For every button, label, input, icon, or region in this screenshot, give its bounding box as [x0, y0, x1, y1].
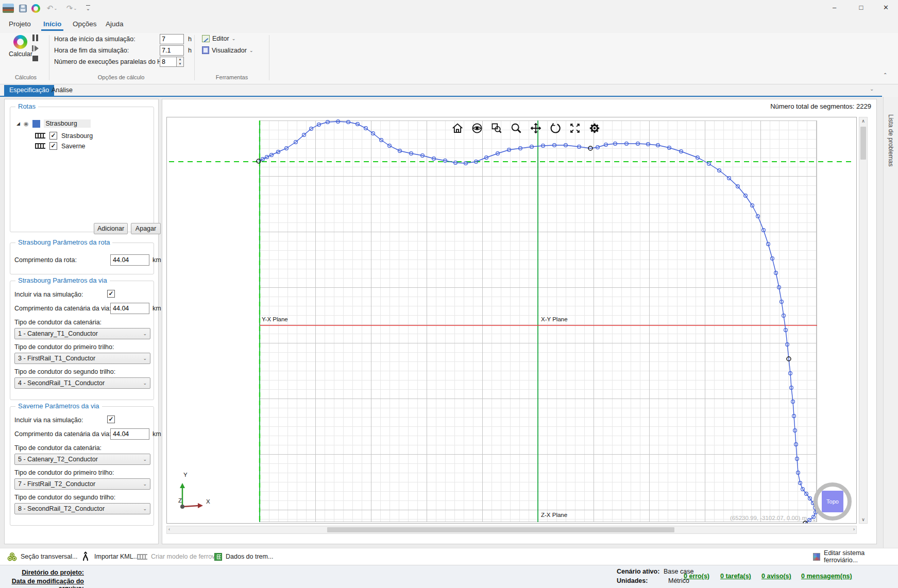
- route-length-input[interactable]: [110, 254, 149, 266]
- ribbon-collapse-button[interactable]: ⌃: [883, 72, 887, 78]
- include-track-checkbox[interactable]: ✓: [107, 416, 115, 423]
- save-button[interactable]: [17, 3, 28, 14]
- train-data-icon: [214, 553, 222, 561]
- catenary-length-input[interactable]: [110, 428, 149, 440]
- route-color-swatch[interactable]: [32, 120, 40, 128]
- problems-panel-label[interactable]: Lista de problemas: [887, 114, 894, 166]
- home-icon[interactable]: [450, 122, 464, 135]
- catenary-length-input[interactable]: [110, 303, 149, 314]
- secondrail-type-label: Tipo de condutor do segundo trilho:: [14, 494, 115, 501]
- tree-child-label[interactable]: Strasbourg: [61, 132, 93, 140]
- warnings-link[interactable]: 0 aviso(s): [761, 573, 791, 580]
- vscroll-thumb[interactable]: [860, 127, 866, 160]
- secondrail-type-dropdown[interactable]: 8 - SecondRail_T2_Conductor ⌄: [14, 503, 150, 514]
- tasks-link[interactable]: 0 tarefa(s): [720, 573, 751, 580]
- view-orientation-ring[interactable]: Topo: [814, 482, 852, 521]
- hifreq-spinner[interactable]: ▲ ▼: [177, 57, 184, 67]
- plot-vertical-scrollbar[interactable]: ∧ ∨: [859, 117, 868, 524]
- firstrail-type-dropdown[interactable]: 3 - FirstRail_T1_Conductor ⌄: [14, 353, 150, 364]
- fit-icon[interactable]: [568, 122, 582, 135]
- editor-button[interactable]: Editor ⌄: [202, 35, 235, 42]
- plot-horizontal-scrollbar[interactable]: ‹ ›: [166, 526, 857, 534]
- catenary-type-dropdown[interactable]: 5 - Catenary_T2_Conductor ⌄: [14, 454, 150, 465]
- catenary-type-label: Tipo de condutor da catenária:: [14, 319, 101, 326]
- menu-tab-projeto[interactable]: Projeto: [7, 19, 33, 31]
- plane-label-zx: Z-X Plane: [541, 512, 567, 518]
- redo-button[interactable]: ↷⌄: [63, 3, 80, 14]
- hifreq-input[interactable]: [160, 57, 177, 67]
- train-data-button[interactable]: Dados do trem...: [211, 548, 276, 565]
- file-date-label[interactable]: Data de modificação do arquivo:: [0, 578, 84, 588]
- track-checkbox[interactable]: ✓: [49, 142, 57, 150]
- undo-button[interactable]: ↶⌄: [43, 3, 61, 14]
- hscroll-thumb[interactable]: [327, 527, 674, 532]
- secondrail-type-value: 8 - SecondRail_T2_Conductor: [18, 505, 105, 512]
- spin-up-icon[interactable]: ▲: [177, 57, 183, 62]
- spin-down-icon[interactable]: ▼: [177, 62, 183, 66]
- maximize-button[interactable]: □: [849, 0, 873, 15]
- eye-icon[interactable]: [470, 122, 484, 135]
- footer-toolbar: Seção transversal... ⌄ Importar KML... C…: [0, 548, 898, 565]
- problems-panel-strip[interactable]: Lista de problemas: [883, 97, 898, 548]
- sim-start-unit: h: [188, 36, 192, 43]
- tree-root-label[interactable]: Strasbourg: [44, 119, 91, 128]
- track2-groupbox: Saverne Parâmetros da via Incluir via na…: [10, 406, 154, 526]
- create-railway-model-button[interactable]: Criar modelo de ferrovia: [134, 548, 223, 565]
- ribbon-separator: [269, 35, 269, 80]
- redo-chevron-icon[interactable]: ⌄: [73, 6, 77, 11]
- tree-child-row[interactable]: ✓ Saverne: [35, 142, 86, 150]
- create-railway-model-label: Criar modelo de ferrovia: [151, 553, 220, 560]
- undo-chevron-icon[interactable]: ⌄: [54, 6, 57, 11]
- adicionar-button[interactable]: Adicionar: [94, 223, 128, 234]
- scroll-left-icon[interactable]: ‹: [168, 527, 170, 532]
- pan-icon[interactable]: [529, 122, 543, 135]
- apagar-button[interactable]: Apagar: [131, 223, 161, 234]
- visibility-icon[interactable]: ◉: [24, 120, 29, 127]
- plane-label-yx: Y-X Plane: [262, 316, 288, 322]
- stop-button[interactable]: [31, 55, 39, 62]
- dropdown-chevron-icon: ⌄: [143, 381, 147, 386]
- scroll-up-icon[interactable]: ∧: [859, 118, 867, 124]
- coords-chevron-icon[interactable]: ⌄: [812, 517, 816, 522]
- tree-child-row[interactable]: ✓ Strasbourg: [35, 132, 93, 140]
- tree-child-label[interactable]: Saverne: [61, 143, 86, 150]
- plot-canvas[interactable]: Y-X Plane X-Y Plane Z-X Plane: [166, 117, 857, 524]
- zoom-icon[interactable]: [509, 122, 523, 135]
- close-button[interactable]: ✕: [874, 0, 898, 15]
- visualizador-button[interactable]: Visualizador ⌄: [202, 46, 253, 54]
- pause-button[interactable]: [31, 34, 39, 42]
- sim-end-input[interactable]: [160, 45, 184, 56]
- tabstrip-chevron-icon[interactable]: ⌄: [870, 86, 874, 92]
- app-icon[interactable]: [3, 3, 14, 14]
- tree-root-row[interactable]: ◢ ◉ Strasbourg: [16, 119, 91, 128]
- scroll-down-icon[interactable]: ∨: [859, 517, 867, 522]
- qat-customize-button[interactable]: ⌄: [82, 3, 94, 14]
- menu-tab-ajuda[interactable]: Ajuda: [104, 19, 126, 31]
- minimize-button[interactable]: –: [822, 0, 846, 15]
- scroll-right-icon[interactable]: ›: [853, 527, 855, 532]
- firstrail-type-dropdown[interactable]: 7 - FirstRail_T2_Conductor ⌄: [14, 478, 150, 490]
- track1-groupbox: Strasbourg Parâmetros da via Incluir via…: [10, 281, 154, 400]
- edit-railway-system-button[interactable]: Editar sistema ferroviário...: [810, 548, 898, 565]
- step-button[interactable]: [31, 44, 39, 52]
- edit-railway-system-label: Editar sistema ferroviário...: [824, 549, 895, 564]
- topo-button[interactable]: Topo: [822, 491, 843, 512]
- tab-analise[interactable]: Análise: [46, 85, 78, 96]
- settings-icon[interactable]: [587, 122, 601, 135]
- sim-start-input[interactable]: [160, 34, 184, 44]
- import-kml-button[interactable]: Importar KML...: [78, 548, 142, 565]
- secondrail-type-dropdown[interactable]: 4 - SecondRail_T1_Conductor ⌄: [14, 377, 150, 389]
- import-kml-label: Importar KML...: [94, 553, 139, 560]
- rotate-icon[interactable]: [548, 122, 562, 135]
- tree-expander-icon[interactable]: ◢: [16, 121, 20, 126]
- track-checkbox[interactable]: ✓: [49, 132, 57, 140]
- menu-tab-inicio[interactable]: Início: [41, 19, 63, 31]
- calculate-quick-button[interactable]: [30, 3, 41, 14]
- messages-link[interactable]: 0 mensagem(ns): [801, 573, 852, 580]
- catenary-type-dropdown[interactable]: 1 - Catenary_T1_Conductor ⌄: [14, 328, 150, 339]
- menu-tab-opcoes[interactable]: Opções: [71, 19, 99, 31]
- errors-link[interactable]: 0 erro(s): [684, 573, 709, 580]
- project-dir-label[interactable]: Diretório do projeto:: [0, 569, 84, 576]
- include-track-checkbox[interactable]: ✓: [107, 290, 115, 298]
- zoom-region-icon[interactable]: [489, 122, 503, 135]
